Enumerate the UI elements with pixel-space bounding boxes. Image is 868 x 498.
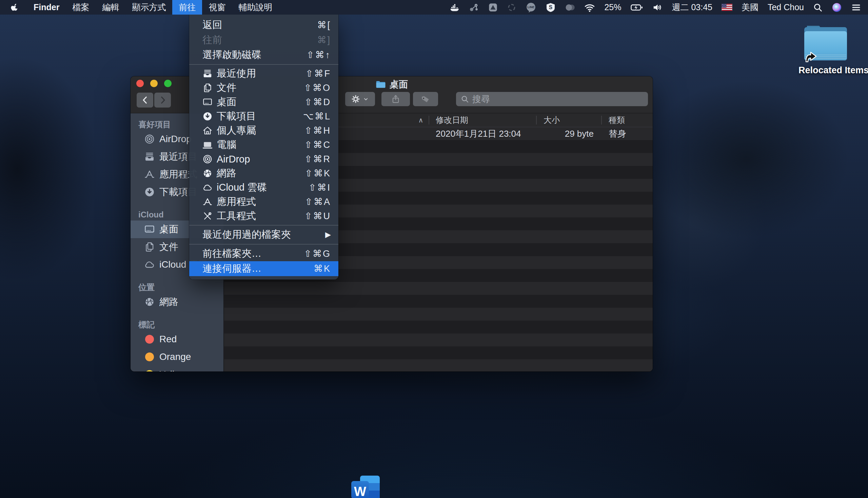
folder-alias-icon: [799, 24, 853, 64]
menubar-item-file[interactable]: 檔案: [66, 0, 96, 15]
computer-icon: [202, 140, 213, 150]
menu-item-connect-to-server[interactable]: 連接伺服器… ⌘K: [189, 261, 338, 276]
menubar-item-go[interactable]: 前往: [172, 0, 202, 15]
sidebar-item-network[interactable]: 網路: [131, 293, 224, 311]
sidebar-item-tag-orange[interactable]: Orange: [131, 348, 224, 366]
home-icon: [202, 126, 213, 136]
menubar-item-window[interactable]: 視窗: [202, 0, 232, 15]
menu-item-go-to-folder[interactable]: 前往檔案夾… ⇧⌘G: [189, 246, 338, 261]
battery-percentage: 25%: [604, 2, 621, 12]
wifi-icon[interactable]: [584, 2, 595, 13]
icloud-icon: [202, 183, 213, 193]
column-header-date[interactable]: 修改日期: [436, 113, 468, 127]
column-header-kind[interactable]: 種類: [609, 113, 625, 127]
tag-icon: [421, 94, 430, 104]
menu-item-network[interactable]: 網路 ⇧⌘K: [189, 166, 338, 181]
nodes-icon[interactable]: [469, 2, 479, 13]
sidebar-section-tags: 標記: [131, 319, 224, 330]
line-icon[interactable]: [525, 2, 536, 13]
menu-item-recent-folders[interactable]: 最近使用過的檔案夾 ▶: [189, 227, 338, 242]
network-globe-icon: [144, 297, 155, 307]
window-title-text: 桌面: [390, 78, 408, 91]
share-icon: [391, 94, 400, 104]
network-globe-icon: [202, 168, 213, 179]
icloud-icon: [144, 259, 155, 270]
menu-item-documents[interactable]: 文件 ⇧⌘O: [189, 81, 338, 95]
svg-text:W: W: [354, 484, 366, 498]
search-icon: [461, 95, 469, 103]
close-button[interactable]: [136, 80, 144, 87]
menu-item-applications[interactable]: 應用程式 ⇧⌘A: [189, 195, 338, 209]
menu-item-icloud-drive[interactable]: iCloud 雲碟 ⇧⌘I: [189, 181, 338, 195]
desktop-screen: Relocated Items W: [0, 0, 868, 498]
desktop-icon-label: Relocated Items: [799, 65, 853, 76]
action-menu-button[interactable]: [345, 92, 375, 106]
yellow-tag-dot: [145, 370, 154, 371]
menu-item-computer[interactable]: 電腦 ⇧⌘C: [189, 138, 338, 152]
menubar-item-view[interactable]: 顯示方式: [125, 0, 172, 15]
sidebar-section-locations: 位置: [131, 281, 224, 293]
menubar-item-finder[interactable]: Finder: [27, 0, 66, 15]
notification-list-icon[interactable]: [851, 2, 861, 13]
airdrop-icon: [144, 134, 155, 145]
menu-separator: [189, 64, 338, 65]
tag-button[interactable]: [413, 92, 438, 106]
share-button[interactable]: [382, 92, 410, 106]
file-size: 29 byte: [536, 127, 594, 140]
airdrop-icon: [202, 154, 213, 164]
menu-item-back[interactable]: 返回 ⌘[: [189, 18, 338, 32]
appstore-icon: [144, 169, 155, 180]
apple-menu[interactable]: [0, 0, 27, 15]
download-icon: [202, 111, 213, 121]
word-icon-graphic: W: [351, 475, 380, 498]
menu-item-select-startup-disk[interactable]: 選擇啟動磁碟 ⇧⌘↑: [189, 48, 338, 62]
utilities-icon: [202, 211, 213, 221]
download-icon: [144, 187, 155, 197]
chevron-down-icon: [362, 96, 369, 103]
input-source-label[interactable]: 美國: [742, 2, 759, 13]
orange-tag-dot: [145, 353, 154, 361]
menu-item-utilities[interactable]: 工具程式 ⇧⌘U: [189, 209, 338, 223]
search-input[interactable]: [472, 94, 643, 105]
menu-item-home[interactable]: 個人專屬 ⇧⌘H: [189, 123, 338, 138]
menu-item-airdrop[interactable]: AirDrop ⇧⌘R: [189, 152, 338, 166]
red-tag-dot: [145, 335, 154, 344]
desktop-icon: [144, 224, 155, 235]
menubar: Finder 檔案 編輯 顯示方式 前往 視窗 輔助說明 25% 週二 03:4…: [0, 0, 868, 15]
desktop-icon: [202, 97, 213, 107]
search-field[interactable]: [456, 92, 648, 106]
menubar-item-edit[interactable]: 編輯: [96, 0, 125, 15]
fast-user-switch-name[interactable]: Ted Chou: [767, 2, 804, 12]
menu-item-downloads[interactable]: 下載項目 ⌥⌘L: [189, 109, 338, 123]
minimize-button[interactable]: [150, 80, 158, 87]
sidebar-item-tag-red[interactable]: Red: [131, 330, 224, 348]
battery-charging-icon[interactable]: [630, 2, 643, 13]
gdrive-icon[interactable]: [488, 3, 498, 12]
appstore-icon: [202, 197, 213, 207]
spotlight-search-icon[interactable]: [813, 3, 823, 12]
sync-spinner-icon[interactable]: [507, 3, 517, 12]
circles-icon[interactable]: [565, 2, 575, 13]
menubar-item-help[interactable]: 輔助說明: [232, 0, 279, 15]
menubar-clock[interactable]: 週二 03:45: [672, 2, 712, 13]
sophos-icon[interactable]: [546, 2, 556, 13]
sidebar-item-tag-yellow[interactable]: Yellow: [131, 366, 224, 371]
recents-icon: [144, 151, 155, 162]
desktop-icon-relocated-items[interactable]: Relocated Items: [799, 24, 853, 76]
word-app-icon[interactable]: W: [351, 475, 380, 498]
menu-item-desktop[interactable]: 桌面 ⇧⌘D: [189, 95, 338, 109]
back-button[interactable]: [137, 93, 153, 107]
zoom-button[interactable]: [164, 80, 172, 87]
go-menu: 返回 ⌘[ 往前 ⌘] 選擇啟動磁碟 ⇧⌘↑ 最近使用 ⇧⌘F 文件 ⇧⌘O 桌…: [189, 15, 338, 279]
menu-item-recents[interactable]: 最近使用 ⇧⌘F: [189, 66, 338, 81]
menu-item-forward[interactable]: 往前 ⌘]: [189, 32, 338, 48]
siri-icon[interactable]: [832, 2, 842, 13]
us-flag-icon[interactable]: [722, 4, 732, 11]
forward-button[interactable]: [154, 93, 171, 107]
sort-ascending-icon[interactable]: ∧: [414, 113, 428, 127]
volume-icon[interactable]: [652, 2, 663, 13]
documents-icon: [144, 241, 155, 252]
column-header-size[interactable]: 大小: [544, 113, 560, 127]
docker-icon[interactable]: [450, 2, 460, 13]
menu-separator: [189, 225, 338, 226]
